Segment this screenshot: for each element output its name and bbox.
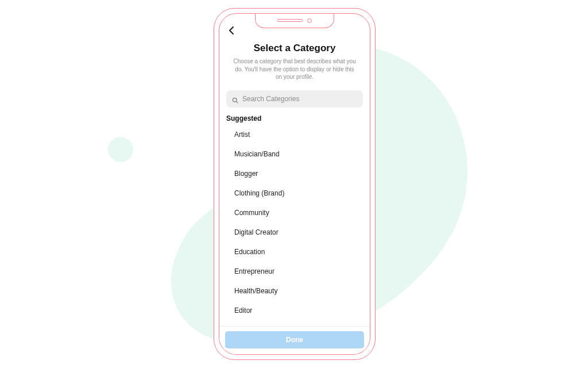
list-item[interactable]: Entrepreneur	[225, 262, 364, 281]
speaker-icon	[277, 19, 303, 22]
phone-frame-outer: Select a Category Choose a category that…	[214, 8, 376, 360]
search-icon	[232, 95, 238, 102]
svg-line-2	[236, 101, 238, 103]
list-item[interactable]: Musician/Band	[225, 144, 364, 164]
list-item[interactable]: Clothing (Brand)	[225, 183, 364, 203]
back-button[interactable]	[226, 25, 237, 36]
list-item[interactable]: Artist	[225, 125, 364, 144]
search-field[interactable]	[226, 90, 363, 108]
list-item[interactable]: Health/Beauty	[225, 281, 364, 301]
camera-icon	[307, 18, 312, 23]
list-item[interactable]: Blogger	[225, 164, 364, 183]
phone-frame-inner: Select a Category Choose a category that…	[219, 13, 370, 355]
list-item[interactable]: Education	[225, 242, 364, 262]
phone-notch	[255, 13, 334, 28]
list-item[interactable]: Community	[225, 203, 364, 223]
list-item[interactable]: Digital Creator	[225, 223, 364, 242]
svg-point-0	[108, 137, 133, 162]
page-subtitle: Choose a category that best describes wh…	[225, 54, 364, 81]
page-title: Select a Category	[225, 43, 364, 54]
screen: Select a Category Choose a category that…	[219, 14, 370, 354]
done-button[interactable]: Done	[225, 331, 364, 348]
suggested-label: Suggested	[226, 114, 363, 122]
footer-bar: Done	[219, 326, 370, 354]
content-area: Select a Category Choose a category that…	[219, 38, 370, 354]
suggested-list: Artist Musician/Band Blogger Clothing (B…	[225, 125, 364, 320]
list-item[interactable]: Editor	[225, 301, 364, 320]
svg-point-1	[233, 98, 237, 102]
chevron-left-icon	[229, 26, 234, 35]
search-input[interactable]	[242, 95, 357, 103]
